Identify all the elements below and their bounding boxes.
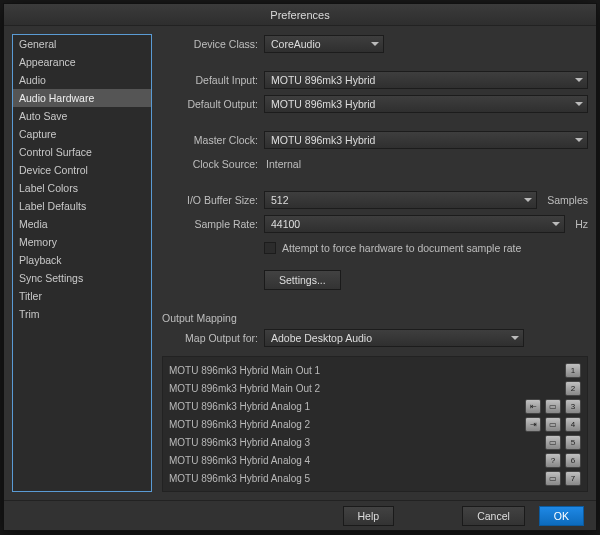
mapping-row: MOTU 896mk3 Hybrid Analog 5▭7 <box>169 469 581 487</box>
sidebar-item-capture[interactable]: Capture <box>13 125 151 143</box>
suffix-samples: Samples <box>543 194 588 206</box>
mapping-assign-button[interactable]: 3 <box>565 399 581 414</box>
mapping-assign-button[interactable]: ⇤ <box>525 399 541 414</box>
window-title: Preferences <box>4 4 596 26</box>
dropdown-io-buffer[interactable]: 512 <box>264 191 537 209</box>
label-device-class: Device Class: <box>162 38 258 50</box>
mapping-channel-label: MOTU 896mk3 Hybrid Analog 2 <box>169 419 521 430</box>
sidebar-item-audio[interactable]: Audio <box>13 71 151 89</box>
mapping-row: MOTU 896mk3 Hybrid Analog 3▭5 <box>169 433 581 451</box>
sidebar-item-playback[interactable]: Playback <box>13 251 151 269</box>
dropdown-master-clock[interactable]: MOTU 896mk3 Hybrid <box>264 131 588 149</box>
label-sample-rate: Sample Rate: <box>162 218 258 230</box>
mapping-row: MOTU 896mk3 Hybrid Main Out 22 <box>169 379 581 397</box>
label-map-output-for: Map Output for: <box>162 332 258 344</box>
sidebar-item-general[interactable]: General <box>13 35 151 53</box>
chevron-down-icon <box>575 78 583 82</box>
sidebar-item-label-colors[interactable]: Label Colors <box>13 179 151 197</box>
mapping-assign-button[interactable]: ⇥ <box>525 417 541 432</box>
cancel-button[interactable]: Cancel <box>462 506 525 526</box>
dropdown-value: Adobe Desktop Audio <box>271 332 372 344</box>
mapping-channel-label: MOTU 896mk3 Hybrid Analog 4 <box>169 455 541 466</box>
output-mapping-list: MOTU 896mk3 Hybrid Main Out 11MOTU 896mk… <box>162 356 588 492</box>
label-io-buffer: I/O Buffer Size: <box>162 194 258 206</box>
chevron-down-icon <box>511 336 519 340</box>
section-output-mapping: Output Mapping <box>162 306 588 324</box>
mapping-assign-button[interactable]: 2 <box>565 381 581 396</box>
mapping-assign-button[interactable]: 4 <box>565 417 581 432</box>
mapping-row: MOTU 896mk3 Hybrid Analog 4?6 <box>169 451 581 469</box>
mapping-assign-button[interactable]: 7 <box>565 471 581 486</box>
chevron-down-icon <box>524 198 532 202</box>
mapping-assign-button[interactable]: ▭ <box>545 399 561 414</box>
label-clock-source: Clock Source: <box>162 158 258 170</box>
sidebar-item-sync-settings[interactable]: Sync Settings <box>13 269 151 287</box>
mapping-channel-label: MOTU 896mk3 Hybrid Analog 1 <box>169 401 521 412</box>
mapping-assign-button[interactable]: 1 <box>565 363 581 378</box>
checkbox-force-hardware[interactable] <box>264 242 276 254</box>
sidebar-item-auto-save[interactable]: Auto Save <box>13 107 151 125</box>
dialog-footer: Help Cancel OK <box>4 500 596 530</box>
sidebar-item-trim[interactable]: Trim <box>13 305 151 323</box>
help-button[interactable]: Help <box>343 506 395 526</box>
mapping-assign-button[interactable]: ▭ <box>545 471 561 486</box>
dropdown-value: MOTU 896mk3 Hybrid <box>271 134 375 146</box>
settings-button[interactable]: Settings... <box>264 270 341 290</box>
window-body: GeneralAppearanceAudioAudio HardwareAuto… <box>4 26 596 500</box>
dropdown-value: 512 <box>271 194 289 206</box>
label-force-hardware: Attempt to force hardware to document sa… <box>282 242 521 254</box>
chevron-down-icon <box>371 42 379 46</box>
category-sidebar: GeneralAppearanceAudioAudio HardwareAuto… <box>12 34 152 492</box>
dropdown-value: MOTU 896mk3 Hybrid <box>271 74 375 86</box>
preferences-window: Preferences GeneralAppearanceAudioAudio … <box>3 3 597 531</box>
sidebar-item-audio-hardware[interactable]: Audio Hardware <box>13 89 151 107</box>
sidebar-item-memory[interactable]: Memory <box>13 233 151 251</box>
settings-panel: Device Class: CoreAudio Default Input: M… <box>162 34 588 492</box>
dropdown-value: 44100 <box>271 218 300 230</box>
sidebar-item-media[interactable]: Media <box>13 215 151 233</box>
dropdown-value: CoreAudio <box>271 38 321 50</box>
mapping-channel-label: MOTU 896mk3 Hybrid Main Out 1 <box>169 365 561 376</box>
mapping-row: MOTU 896mk3 Hybrid Analog 1⇤▭3 <box>169 397 581 415</box>
sidebar-item-control-surface[interactable]: Control Surface <box>13 143 151 161</box>
sidebar-item-titler[interactable]: Titler <box>13 287 151 305</box>
dropdown-default-input[interactable]: MOTU 896mk3 Hybrid <box>264 71 588 89</box>
ok-button[interactable]: OK <box>539 506 584 526</box>
mapping-row: MOTU 896mk3 Hybrid Main Out 11 <box>169 361 581 379</box>
sidebar-item-label-defaults[interactable]: Label Defaults <box>13 197 151 215</box>
mapping-channel-label: MOTU 896mk3 Hybrid Analog 5 <box>169 473 541 484</box>
mapping-assign-button[interactable]: ? <box>545 453 561 468</box>
suffix-hz: Hz <box>571 218 588 230</box>
label-default-input: Default Input: <box>162 74 258 86</box>
label-default-output: Default Output: <box>162 98 258 110</box>
mapping-assign-button[interactable]: 6 <box>565 453 581 468</box>
dropdown-device-class[interactable]: CoreAudio <box>264 35 384 53</box>
mapping-assign-button[interactable]: ▭ <box>545 435 561 450</box>
dropdown-map-output-for[interactable]: Adobe Desktop Audio <box>264 329 524 347</box>
dropdown-sample-rate[interactable]: 44100 <box>264 215 565 233</box>
mapping-channel-label: MOTU 896mk3 Hybrid Analog 3 <box>169 437 541 448</box>
sidebar-item-appearance[interactable]: Appearance <box>13 53 151 71</box>
label-master-clock: Master Clock: <box>162 134 258 146</box>
chevron-down-icon <box>575 102 583 106</box>
chevron-down-icon <box>575 138 583 142</box>
dropdown-value: MOTU 896mk3 Hybrid <box>271 98 375 110</box>
mapping-channel-label: MOTU 896mk3 Hybrid Main Out 2 <box>169 383 561 394</box>
sidebar-item-device-control[interactable]: Device Control <box>13 161 151 179</box>
mapping-assign-button[interactable]: ▭ <box>545 417 561 432</box>
dropdown-default-output[interactable]: MOTU 896mk3 Hybrid <box>264 95 588 113</box>
mapping-row: MOTU 896mk3 Hybrid Analog 2⇥▭4 <box>169 415 581 433</box>
value-clock-source: Internal <box>264 158 301 170</box>
chevron-down-icon <box>552 222 560 226</box>
mapping-assign-button[interactable]: 5 <box>565 435 581 450</box>
